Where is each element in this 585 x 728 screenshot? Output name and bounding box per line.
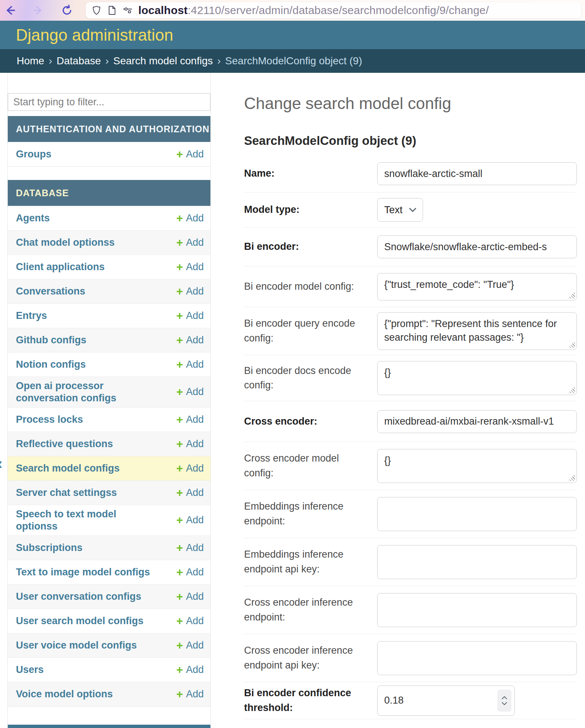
add-link[interactable]: +Add [176,542,204,554]
field-label-embeddings-inference-endpoint: Embeddings inference endpoint: [244,499,377,528]
add-link[interactable]: +Add [176,261,204,273]
sidebar-item-text-to-image-model-configs: Text to image model configs+Add [8,560,210,584]
address-bar[interactable]: localhost:42110/server/admin/database/se… [86,2,581,18]
model-link[interactable]: Subscriptions [16,542,82,554]
field-label-bi-encoder-query-encode-config: Bi encoder query encode config: [244,316,377,345]
model-link[interactable]: Github configs [16,334,86,346]
field-label-bi-encoder-confidence-threshold: Bi encoder confidence threshold: [244,686,377,715]
cross-encoder-inference-endpoint-input[interactable] [377,593,577,627]
add-link[interactable]: +Add [176,438,204,450]
textarea-wrap [377,273,577,300]
sidebar-collapse-toggle[interactable]: ‹ [0,455,3,472]
number-spinner[interactable] [497,690,511,712]
add-link[interactable]: +Add [176,286,204,297]
sidebar-bottom-bar [8,725,210,728]
site-title[interactable]: Django administration [16,26,173,44]
embeddings-inference-endpoint-api-key-input[interactable] [377,545,577,579]
model-link[interactable]: Notion configs [16,358,86,371]
field-label-cross-encoder-inference-endpoint-api-key: Cross encoder inference endpoint api key… [244,643,377,672]
add-link[interactable]: +Add [176,463,204,474]
add-link[interactable]: +Add [176,310,204,322]
model-link[interactable]: Server chat settingss [16,487,117,499]
breadcrumb-separator: › [49,55,52,67]
add-link[interactable]: +Add [176,359,204,370]
model-link[interactable]: Process locks [16,414,83,426]
add-link[interactable]: +Add [176,688,204,700]
add-link[interactable]: +Add [176,334,204,346]
bi-encoder-query-encode-config-textarea[interactable] [377,312,577,350]
model-link[interactable]: Speech to text model optionss [16,508,158,533]
url-text: localhost:42110/server/admin/database/se… [138,4,489,17]
model-link[interactable]: Open ai processor conversation configs [16,380,158,404]
bi-encoder-input[interactable] [377,235,577,258]
model-link[interactable]: Text to image model configs [16,566,150,578]
bi-encoder-confidence-threshold-input[interactable] [377,686,515,716]
model-link[interactable]: Reflective questions [16,438,113,450]
back-button[interactable] [4,4,16,17]
model-link[interactable]: Groups [16,148,51,160]
field-label-bi-encoder: Bi encoder: [244,239,377,254]
add-link[interactable]: +Add [176,514,204,526]
field-row-bi-encoder: Bi encoder: [244,227,577,266]
add-link[interactable]: +Add [176,640,204,651]
add-link[interactable]: +Add [176,615,204,627]
add-link[interactable]: +Add [176,567,204,578]
cross-encoder-model-config-textarea[interactable] [377,449,577,483]
sidebar-item-chat-model-optionss: Chat model optionss+Add [8,230,210,255]
field-label-embeddings-inference-endpoint-api-key: Embeddings inference endpoint api key: [244,547,377,576]
page-icon[interactable] [107,6,117,15]
field-row-bi-encoder-query-encode-config: Bi encoder query encode config: [244,307,577,355]
field-control: Text [377,198,577,222]
field-control [377,361,577,395]
reload-button[interactable] [61,4,73,17]
sidebar-filter-input[interactable] [8,93,210,111]
sidebar-section-caption[interactable]: AUTHENTICATION AND AUTHORIZATION [8,116,210,142]
model-link[interactable]: Conversations [16,285,85,297]
forward-button[interactable] [32,4,44,17]
field-control [377,162,577,185]
textarea-wrap [377,312,577,350]
model-link[interactable]: Client applications [16,261,105,273]
model-link[interactable]: User conversation configs [16,591,141,603]
add-link[interactable]: +Add [176,149,204,160]
add-link-label: Add [186,149,204,160]
field-control [377,273,577,300]
breadcrumb-link[interactable]: Search model configs [113,55,213,67]
add-link[interactable]: +Add [176,664,204,676]
plus-icon: + [176,386,183,398]
model-link[interactable]: Agents [16,212,50,224]
cross-encoder-inference-endpoint-api-key-input[interactable] [377,641,577,675]
sidebar-section-caption[interactable]: DATABASE [8,180,210,206]
plus-icon: + [176,237,183,248]
select-value: Text [384,204,403,216]
breadcrumb-link[interactable]: Home [17,55,44,67]
add-link[interactable]: +Add [176,212,204,224]
embeddings-inference-endpoint-input[interactable] [377,497,577,531]
sidebar-item-user-voice-model-configs: User voice model configs+Add [8,633,210,657]
add-link[interactable]: +Add [176,237,204,248]
model-link[interactable]: Search model configs [16,462,120,474]
name-input[interactable] [377,162,577,185]
main-content: Change search model config SearchModelCo… [237,73,585,728]
model-link[interactable]: User voice model configs [16,639,137,652]
sidebar-item-voice-model-options: Voice model options+Add [8,682,210,706]
model-link[interactable]: Users [16,664,44,676]
add-link-label: Add [186,237,204,248]
add-link[interactable]: +Add [176,591,204,602]
breadcrumb-link[interactable]: Database [57,55,101,67]
model-link[interactable]: User search model configs [16,615,143,627]
field-row-model-type: Model type:Text [244,192,577,227]
bi-encoder-docs-encode-config-textarea[interactable] [377,361,577,395]
model-type-select[interactable]: Text [377,198,423,222]
add-link[interactable]: +Add [176,386,204,398]
shield-icon[interactable] [92,6,101,15]
add-link[interactable]: +Add [176,487,204,499]
model-link[interactable]: Voice model options [16,688,113,700]
model-link[interactable]: Entrys [16,310,47,322]
bi-encoder-model-config-textarea[interactable] [377,273,577,300]
cross-encoder-input[interactable] [377,410,577,433]
add-link[interactable]: +Add [176,414,204,425]
model-link[interactable]: Chat model optionss [16,237,115,249]
site-permissions-icon[interactable] [123,6,132,15]
add-link-label: Add [186,640,204,651]
